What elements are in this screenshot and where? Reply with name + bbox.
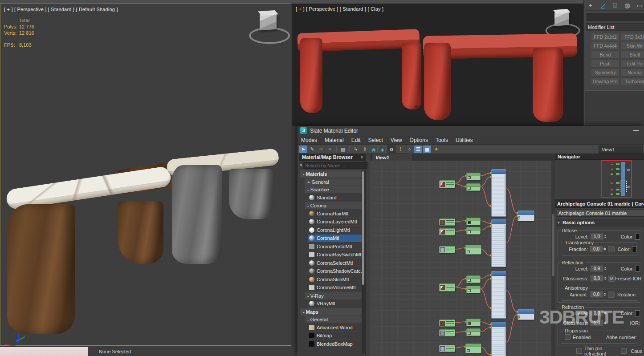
modifier-button-shell[interactable]: Shell [620, 51, 644, 59]
sme-title-bar[interactable]: 3 Slate Material Editor — [298, 126, 644, 136]
modifier-button-ffd-2x2x2[interactable]: FFD 2x2x2 [591, 33, 620, 41]
object-name-field[interactable] [587, 13, 644, 21]
browser-item-maps[interactable]: - Maps [300, 308, 362, 316]
menu-utilities[interactable]: Utilities [456, 137, 473, 143]
delete-selected-icon[interactable]: ▤ [339, 146, 347, 153]
material-node[interactable] [491, 271, 506, 319]
rollout-basic-options[interactable]: Basic options [556, 219, 644, 227]
browser-item-coronalightmtl[interactable]: CoronaLightMtl [308, 227, 362, 234]
browser-item-coronahairmtl[interactable]: CoronaHairMtl [308, 210, 362, 218]
browser-filter-icon[interactable]: ▼ [299, 163, 303, 167]
browser-item-blendedboxmap[interactable]: BlendedBoxMap [308, 340, 362, 348]
hide-unused-nodeslots-icon[interactable]: ☰ [414, 146, 422, 153]
browser-item-general[interactable]: - General [305, 316, 362, 323]
browser-item-coronamtl[interactable]: CoronaMtl [308, 235, 362, 242]
reflection-color-swatch[interactable] [635, 266, 640, 272]
viewcube-right-cube[interactable] [554, 12, 569, 26]
source-map-node[interactable] [439, 180, 455, 188]
amount-spinner[interactable] [603, 291, 607, 297]
navigator-header[interactable]: Navigator [555, 154, 644, 160]
modifier-button-ffd-4x4x4[interactable]: FFD 4x4x4 [591, 42, 620, 50]
material-node[interactable] [491, 219, 506, 267]
modifier-button-skin-wr[interactable]: Skin Wr [620, 42, 644, 50]
tab-hierarchy-icon[interactable]: ⌻ [610, 1, 620, 9]
tab-view1[interactable]: View1 [371, 154, 412, 161]
map-node[interactable] [466, 218, 481, 225]
blend-material-node[interactable] [518, 309, 534, 320]
material-node[interactable] [491, 169, 506, 217]
pick-material-from-object-icon[interactable]: ✎ [308, 146, 316, 153]
map-node[interactable] [465, 344, 481, 353]
dispersion-enabled-checkbox[interactable] [565, 334, 571, 340]
thin-checkbox[interactable] [576, 348, 582, 354]
layout-children-icon[interactable]: ⁘ [405, 146, 413, 153]
menu-material[interactable]: Material [325, 137, 344, 143]
modifier-stack-box[interactable] [585, 90, 644, 126]
source-map-node[interactable] [439, 246, 455, 253]
modifier-button-edit-po[interactable]: Edit Po [620, 60, 644, 68]
viewport-right[interactable]: [ + ] [ Perspective ] [ Standard ] [ Cla… [292, 4, 583, 126]
tab-create-icon[interactable]: + [586, 1, 595, 9]
modifier-button-norma[interactable]: Norma [620, 69, 644, 77]
pick-tool-3-icon[interactable]: ✒ [326, 146, 334, 153]
menu-modes[interactable]: Modes [301, 137, 317, 143]
browser-item-coronaselectmtl[interactable]: CoronaSelectMtl [308, 259, 362, 267]
search-input[interactable] [303, 162, 367, 169]
menu-edit[interactable]: Edit [351, 137, 361, 143]
glossiness-field[interactable]: 0,8 [590, 275, 603, 282]
source-map-node[interactable] [439, 218, 455, 226]
modifier-button-ffd-3x3x[interactable]: FFD 3x3x [620, 33, 644, 41]
translucency-color-swatch[interactable] [632, 246, 637, 252]
tab-modify-icon[interactable]: ◿ [598, 1, 608, 9]
browser-item-v-ray[interactable]: - V-Ray [305, 292, 362, 299]
browser-item-general[interactable]: + General [305, 178, 362, 186]
map-node[interactable] [466, 328, 481, 336]
menu-select[interactable]: Select [368, 137, 383, 143]
view-selector-dropdown[interactable]: View1 [599, 146, 643, 154]
browser-item-coronaportalmtl[interactable]: CoronaPortalMtl [308, 243, 362, 251]
modifier-button-turbosm[interactable]: TurboSm [620, 77, 644, 85]
browser-item-coronavolumemtl[interactable]: CoronaVolumeMtl [308, 284, 362, 291]
layout-all-vertical-icon[interactable]: ⁞ [396, 146, 404, 153]
browser-item-coronashadowcatc[interactable]: CoronaShadowCatc.. [308, 267, 362, 275]
browser-item-bitmap[interactable]: Bitmap [308, 332, 362, 340]
glossiness-spinner[interactable] [603, 275, 607, 281]
browser-item-coronarayswitchmtl[interactable]: CoronaRaySwitchMtl [308, 251, 362, 259]
source-map-node[interactable] [439, 320, 455, 327]
minimize-button[interactable]: — [632, 127, 640, 134]
modifier-button-unwrap-pro[interactable]: Unwrap Pro [591, 77, 620, 85]
viewport-left-label[interactable]: [ + ] [ Perspective ] [ Standard ] [ Def… [4, 7, 118, 12]
browser-scrollbar[interactable] [362, 170, 365, 354]
amount-field[interactable]: 0,0 [590, 291, 603, 298]
reflection-level-spinner[interactable] [603, 266, 607, 271]
map-node[interactable] [466, 319, 481, 326]
diffuse-level-field[interactable]: 1,0 [590, 233, 603, 240]
show-realistic-material-in-viewport-icon[interactable]: ◈ [379, 146, 387, 153]
select-tool-icon[interactable]: ➤ [299, 146, 307, 153]
blend-material-node[interactable] [518, 210, 534, 221]
modifier-list-dropdown[interactable]: Modifier List [586, 23, 644, 31]
material-sample-swatch[interactable] [0, 347, 88, 356]
source-map-node[interactable] [439, 228, 455, 235]
map-node[interactable] [466, 286, 481, 293]
material-node[interactable] [491, 322, 506, 356]
pick-tool-2-icon[interactable]: ✑ [317, 146, 325, 153]
render-map-icon[interactable]: ✳ [432, 146, 440, 153]
move-children-icon[interactable]: ↳ [352, 146, 360, 153]
browser-item-coronaskinmtl[interactable]: CoronaSkinMtl [308, 276, 362, 283]
show-shaded-material-in-viewport-icon[interactable]: ◉ [370, 146, 378, 153]
map-node[interactable] [466, 173, 481, 180]
browser-item-corona[interactable]: - Corona [305, 202, 362, 209]
modifier-button-symmetry[interactable]: Symmetry [591, 69, 620, 77]
modifier-button-push[interactable]: Push [591, 60, 620, 68]
menu-options[interactable]: Options [410, 137, 428, 143]
tab-display-icon[interactable]: ▭ [635, 1, 644, 9]
caustics-checkbox[interactable] [621, 348, 627, 354]
source-map-node[interactable] [439, 283, 455, 291]
menu-view[interactable]: View [391, 137, 402, 143]
viewcube-cube[interactable] [260, 13, 277, 31]
assign-material-to-selection-icon[interactable]: ⇧ [361, 146, 369, 153]
diffuse-color-swatch[interactable] [635, 234, 640, 240]
menu-tools[interactable]: Tools [436, 137, 448, 143]
browser-item-standard[interactable]: Standard [308, 194, 362, 202]
